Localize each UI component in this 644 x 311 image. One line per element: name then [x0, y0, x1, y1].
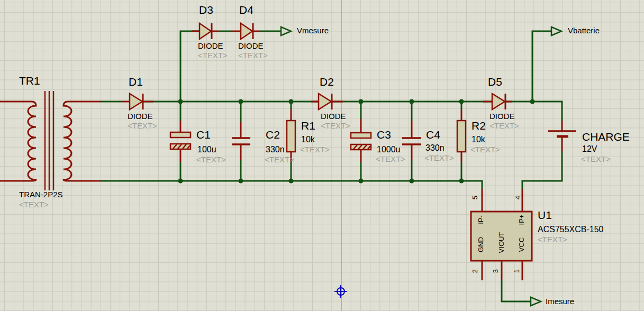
d2-prop-label[interactable]: <TEXT>: [321, 122, 350, 130]
c3-plate-positive[interactable]: [351, 133, 371, 138]
c1-value-label[interactable]: 100u: [197, 145, 216, 154]
d2-ref-label[interactable]: D2: [320, 76, 334, 88]
u1-pin-number-1: 1: [513, 261, 521, 282]
c1-prop-label[interactable]: <TEXT>: [196, 156, 226, 164]
tr1-prop-label[interactable]: <TEXT>: [19, 200, 49, 209]
junction-dot: [239, 179, 243, 184]
d3-anode-triangle[interactable]: [199, 23, 211, 39]
component-d1-diode[interactable]: [121, 94, 153, 109]
wire-battery-to-ip-plus[interactable]: [522, 151, 562, 189]
origin-cross: [334, 285, 347, 298]
wire-vbatterie-riser[interactable]: [532, 31, 551, 102]
r2-ref-label[interactable]: R2: [471, 120, 486, 132]
c2-ref-label[interactable]: C2: [266, 129, 280, 141]
d5-anode-triangle[interactable]: [492, 94, 505, 109]
d4-anode-triangle[interactable]: [241, 23, 252, 39]
d1-anode-triangle[interactable]: [130, 94, 142, 109]
r1-ref-label[interactable]: R1: [301, 120, 315, 132]
wire-d3-branch[interactable]: [180, 31, 199, 102]
component-r1-resistor[interactable]: [287, 109, 295, 162]
c2-value-label[interactable]: 330n: [266, 145, 285, 154]
d1-ref-label[interactable]: D1: [129, 76, 143, 88]
c1-ref-label[interactable]: C1: [196, 129, 211, 141]
u1-pin-name-vcc: VCC: [518, 224, 525, 266]
d2-anode-triangle[interactable]: [319, 94, 331, 109]
imesure-terminal-label[interactable]: Imesure: [546, 297, 574, 306]
u1-pin-number-5: 5: [471, 187, 479, 208]
d2-model-label[interactable]: DIODE: [321, 112, 346, 121]
u1-pin-number-2: 2: [471, 261, 479, 282]
tr1-secondary-coil[interactable]: [64, 102, 101, 181]
junction-dot: [178, 99, 183, 104]
component-d3-diode[interactable]: [192, 23, 219, 39]
d4-prop-label[interactable]: <TEXT>: [238, 51, 268, 60]
component-tr1-transformer[interactable]: [0, 91, 101, 190]
component-c2-capacitor[interactable]: [232, 122, 250, 160]
r1-body[interactable]: [287, 121, 295, 152]
d4-model-label[interactable]: DIODE: [238, 42, 264, 50]
schematic-canvas[interactable]: TR1 TRAN-2P2S <TEXT> D1 DIODE <TEXT> D3 …: [0, 0, 644, 311]
u1-pin-number-4: 4: [514, 187, 522, 208]
r2-value-label[interactable]: 10k: [471, 135, 485, 144]
r2-prop-label[interactable]: <TEXT>: [470, 145, 500, 154]
c4-ref-label[interactable]: C4: [426, 129, 440, 141]
u1-pin-name-viout: VIOUT: [497, 222, 505, 264]
tr1-core: [45, 91, 53, 190]
junction-dot: [178, 179, 183, 184]
vbatterie-terminal-label[interactable]: Vbatterie: [568, 26, 600, 35]
d3-model-label[interactable]: DIODE: [198, 42, 223, 50]
component-d2-diode[interactable]: [311, 94, 343, 109]
battery-prop-label[interactable]: <TEXT>: [581, 155, 611, 163]
u1-pin-number-3: 3: [492, 261, 500, 282]
component-d4-diode[interactable]: [231, 23, 260, 39]
junction-dot: [410, 99, 414, 104]
circuit-graphics: [0, 0, 644, 311]
imesure-terminal-icon[interactable]: [531, 297, 541, 306]
junction-dot: [289, 179, 294, 184]
component-c1-capacitor[interactable]: [170, 121, 191, 162]
r2-body[interactable]: [457, 121, 466, 152]
component-c3-capacitor[interactable]: [351, 119, 371, 162]
junction-dot: [459, 179, 464, 184]
d3-prop-label[interactable]: <TEXT>: [198, 51, 228, 60]
battery-value-label[interactable]: 12V: [582, 145, 597, 154]
u1-pin-name-gnd: GND: [477, 224, 485, 266]
c4-value-label[interactable]: 330n: [425, 144, 445, 153]
d1-model-label[interactable]: DIODE: [128, 112, 153, 121]
junction-dot: [530, 99, 535, 104]
vmesure-terminal-icon[interactable]: [281, 27, 291, 35]
d5-ref-label[interactable]: D5: [488, 76, 502, 88]
d5-model-label[interactable]: DIODE: [489, 112, 515, 121]
junction-dot: [410, 179, 414, 184]
r1-value-label[interactable]: 10k: [301, 135, 315, 144]
d5-prop-label[interactable]: <TEXT>: [489, 122, 519, 130]
c1-plate-positive[interactable]: [170, 132, 191, 138]
junction-dot: [359, 99, 364, 104]
wire-viout-to-imesure[interactable]: [502, 280, 531, 301]
junction-dot: [239, 99, 243, 104]
d3-ref-label[interactable]: D3: [199, 4, 213, 16]
c3-ref-label[interactable]: C3: [377, 129, 391, 141]
origin-crosshair-icon: [334, 285, 347, 298]
vmesure-terminal-label[interactable]: Vmesure: [297, 26, 329, 35]
component-d5-diode[interactable]: [483, 94, 512, 109]
component-r2-resistor[interactable]: [457, 109, 466, 162]
d1-prop-label[interactable]: <TEXT>: [128, 122, 157, 130]
tr1-ref-label[interactable]: TR1: [19, 75, 40, 87]
r1-prop-label[interactable]: <TEXT>: [300, 145, 330, 154]
junction-dot: [289, 99, 294, 104]
battery-ref-label[interactable]: CHARGE: [582, 131, 630, 143]
u1-prop-label[interactable]: <TEXT>: [538, 235, 567, 244]
c2-prop-label[interactable]: <TEXT>: [265, 156, 294, 164]
component-battery-charge[interactable]: [548, 121, 576, 151]
u1-model-label[interactable]: ACS755XCB-150: [538, 225, 604, 234]
junction-dot: [459, 99, 464, 104]
c3-value-label[interactable]: 1000u: [377, 145, 401, 154]
c3-prop-label[interactable]: <TEXT>: [376, 155, 405, 163]
vbatterie-terminal-icon[interactable]: [551, 27, 561, 35]
tr1-model-label[interactable]: TRAN-2P2S: [19, 190, 63, 199]
d4-ref-label[interactable]: D4: [239, 4, 253, 16]
c4-prop-label[interactable]: <TEXT>: [424, 154, 454, 162]
u1-ref-label[interactable]: U1: [538, 209, 552, 221]
tr1-primary-coil[interactable]: [0, 102, 36, 181]
